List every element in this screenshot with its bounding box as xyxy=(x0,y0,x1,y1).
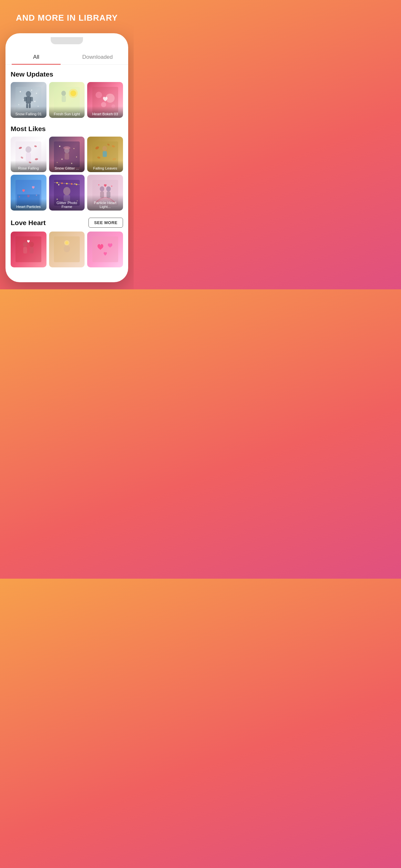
card-love-heart-3[interactable] xyxy=(87,231,123,268)
card-heart-particles[interactable]: Heart Particles xyxy=(11,175,47,211)
svg-point-66 xyxy=(100,186,104,191)
card-particle-heart-light-label: Particle Heart Light... xyxy=(87,195,123,211)
card-snow-glitter[interactable]: Snow Glitter ... xyxy=(49,136,85,173)
svg-rect-74 xyxy=(30,247,34,253)
svg-point-7 xyxy=(20,91,21,92)
svg-point-11 xyxy=(19,104,19,105)
new-updates-section: New Updates xyxy=(11,70,123,118)
card-love-heart-2-figure xyxy=(49,231,85,268)
card-heart-bokeh-03-label: Heart Bokeh 03 xyxy=(87,106,123,118)
svg-rect-70 xyxy=(16,237,41,262)
love-heart-grid xyxy=(11,231,123,268)
new-updates-header: New Updates xyxy=(11,70,123,78)
svg-point-37 xyxy=(61,159,63,160)
tab-all[interactable]: All xyxy=(5,50,67,64)
svg-point-72 xyxy=(29,242,34,247)
svg-point-78 xyxy=(65,241,68,244)
card-heart-particles-label: Heart Particles xyxy=(11,199,47,211)
most-likes-header: Most Likes xyxy=(11,125,123,133)
card-fresh-sun-light[interactable]: Fresh Sun Light xyxy=(49,82,85,118)
most-likes-title: Most Likes xyxy=(11,125,46,133)
svg-point-18 xyxy=(70,90,76,96)
svg-point-71 xyxy=(23,242,27,247)
svg-rect-34 xyxy=(65,153,69,159)
svg-point-10 xyxy=(34,101,35,102)
svg-rect-26 xyxy=(26,152,31,161)
svg-point-43 xyxy=(102,146,107,151)
svg-point-60 xyxy=(56,182,58,183)
notch-area xyxy=(5,33,128,44)
card-glitter-photo-frame[interactable]: Glitter Photo Frame xyxy=(49,175,85,211)
svg-point-76 xyxy=(64,245,70,252)
svg-point-8 xyxy=(36,93,37,94)
notch xyxy=(51,37,83,44)
see-more-button[interactable]: SEE MORE xyxy=(89,218,123,228)
svg-rect-2 xyxy=(26,97,31,104)
card-falling-leaves-label: Falling Leaves xyxy=(87,160,123,172)
phone-frame: All Downloaded New Updates xyxy=(5,33,128,282)
svg-point-62 xyxy=(66,183,67,184)
card-falling-leaves[interactable]: Falling Leaves xyxy=(87,136,123,173)
card-heart-bokeh-03[interactable]: Heart Bokeh 03 xyxy=(87,82,123,118)
card-glitter-photo-frame-label: Glitter Photo Frame xyxy=(49,195,85,211)
svg-point-35 xyxy=(59,146,60,147)
love-heart-section: Love Heart SEE MORE xyxy=(11,218,123,268)
svg-point-15 xyxy=(61,91,66,96)
new-updates-title: New Updates xyxy=(11,70,53,78)
svg-point-20 xyxy=(96,92,102,98)
svg-rect-79 xyxy=(92,237,118,262)
card-love-heart-3-figure xyxy=(87,231,123,268)
svg-rect-4 xyxy=(30,97,33,101)
tab-downloaded[interactable]: Downloaded xyxy=(67,50,128,64)
card-rose-falling[interactable]: Rose Falling xyxy=(11,136,47,173)
love-heart-title: Love Heart xyxy=(11,219,46,227)
svg-point-38 xyxy=(76,157,77,158)
svg-point-13 xyxy=(31,90,32,91)
card-rose-falling-label: Rose Falling xyxy=(11,160,47,172)
svg-point-9 xyxy=(23,99,24,100)
most-likes-section: Most Likes xyxy=(11,125,123,211)
svg-rect-73 xyxy=(23,247,27,253)
main-content: New Updates xyxy=(5,65,128,268)
card-snow-glitter-label: Snow Glitter ... xyxy=(49,160,85,172)
svg-point-53 xyxy=(63,187,70,195)
new-updates-grid: Snow Falling 01 Fr xyxy=(11,82,123,118)
page-title: AND MORE IN LIBRARY xyxy=(9,13,124,23)
card-snow-falling-01[interactable]: Snow Falling 01 xyxy=(11,82,47,118)
card-love-heart-1[interactable] xyxy=(11,231,47,268)
card-snow-falling-01-label: Snow Falling 01 xyxy=(11,106,47,118)
svg-point-63 xyxy=(71,183,72,185)
most-likes-grid: Rose Falling xyxy=(11,136,123,211)
svg-point-55 xyxy=(58,184,59,185)
svg-point-25 xyxy=(26,146,31,153)
svg-rect-3 xyxy=(24,97,27,101)
svg-point-64 xyxy=(75,183,77,185)
svg-point-61 xyxy=(61,182,63,184)
card-particle-heart-light[interactable]: Particle Heart Light... xyxy=(87,175,123,211)
svg-point-41 xyxy=(63,146,70,150)
svg-rect-16 xyxy=(62,96,66,102)
svg-point-56 xyxy=(74,183,75,184)
svg-rect-44 xyxy=(103,151,107,157)
card-fresh-sun-light-label: Fresh Sun Light xyxy=(49,106,85,118)
svg-point-36 xyxy=(73,148,74,149)
card-love-heart-1-figure xyxy=(11,231,47,268)
tab-bar: All Downloaded xyxy=(5,50,128,65)
card-love-heart-2[interactable] xyxy=(49,231,85,268)
svg-point-1 xyxy=(26,91,31,97)
love-heart-header: Love Heart SEE MORE xyxy=(11,218,123,228)
svg-point-67 xyxy=(106,186,111,191)
